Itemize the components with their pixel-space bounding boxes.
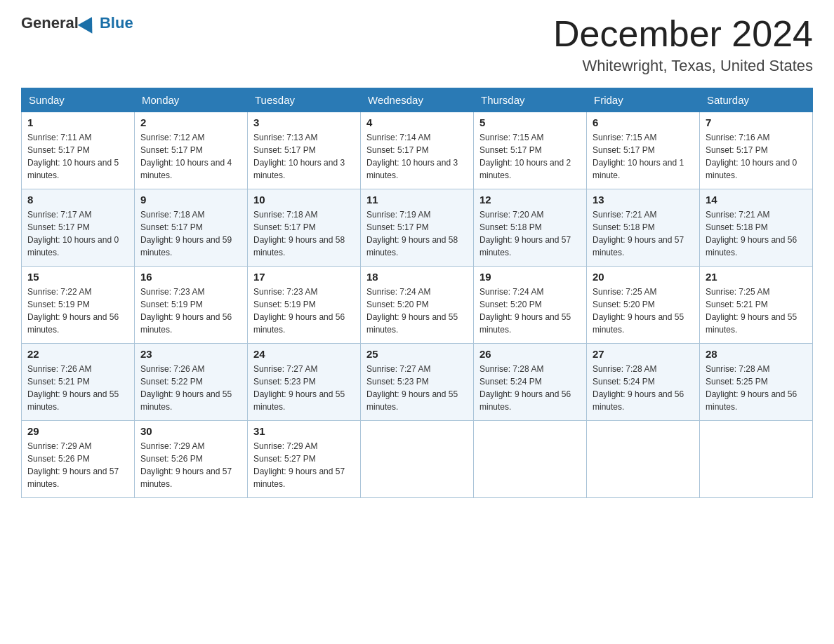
day-cell: 12 Sunrise: 7:20 AMSunset: 5:18 PMDaylig… bbox=[474, 189, 587, 267]
day-number: 16 bbox=[140, 271, 241, 283]
day-number: 7 bbox=[706, 116, 807, 128]
day-cell: 23 Sunrise: 7:26 AMSunset: 5:22 PMDaylig… bbox=[135, 344, 248, 421]
day-cell: 30 Sunrise: 7:29 AMSunset: 5:26 PMDaylig… bbox=[135, 421, 248, 498]
logo-triangle-icon bbox=[78, 13, 100, 33]
day-number: 4 bbox=[366, 116, 468, 128]
day-info: Sunrise: 7:23 AMSunset: 5:19 PMDaylight:… bbox=[253, 286, 355, 336]
day-info: Sunrise: 7:19 AMSunset: 5:17 PMDaylight:… bbox=[366, 208, 468, 259]
day-info: Sunrise: 7:16 AMSunset: 5:17 PMDaylight:… bbox=[706, 131, 807, 182]
day-cell: 15 Sunrise: 7:22 AMSunset: 5:19 PMDaylig… bbox=[22, 267, 135, 344]
day-info: Sunrise: 7:25 AMSunset: 5:20 PMDaylight:… bbox=[593, 286, 694, 336]
week-row: 8 Sunrise: 7:17 AMSunset: 5:17 PMDayligh… bbox=[22, 189, 813, 267]
day-cell: 29 Sunrise: 7:29 AMSunset: 5:26 PMDaylig… bbox=[22, 421, 135, 498]
location-title: Whitewright, Texas, United States bbox=[553, 57, 813, 75]
day-number: 8 bbox=[27, 194, 128, 206]
week-row: 22 Sunrise: 7:26 AMSunset: 5:21 PMDaylig… bbox=[22, 344, 813, 421]
day-info: Sunrise: 7:28 AMSunset: 5:25 PMDaylight:… bbox=[706, 363, 807, 413]
logo-blue-text: Blue bbox=[100, 14, 133, 32]
day-number: 22 bbox=[27, 348, 128, 360]
day-info: Sunrise: 7:28 AMSunset: 5:24 PMDaylight:… bbox=[593, 363, 694, 413]
day-number: 2 bbox=[140, 116, 241, 128]
day-number: 23 bbox=[140, 348, 241, 360]
day-info: Sunrise: 7:15 AMSunset: 5:17 PMDaylight:… bbox=[479, 131, 581, 182]
day-cell bbox=[587, 421, 700, 498]
day-info: Sunrise: 7:26 AMSunset: 5:21 PMDaylight:… bbox=[27, 363, 128, 413]
column-header-saturday: Saturday bbox=[700, 88, 813, 112]
day-cell: 25 Sunrise: 7:27 AMSunset: 5:23 PMDaylig… bbox=[361, 344, 474, 421]
column-header-monday: Monday bbox=[135, 88, 248, 112]
day-cell: 4 Sunrise: 7:14 AMSunset: 5:17 PMDayligh… bbox=[361, 112, 474, 189]
month-title: December 2024 bbox=[553, 14, 813, 54]
page-header: General Blue December 2024 Whitewright, … bbox=[21, 14, 813, 75]
day-cell: 6 Sunrise: 7:15 AMSunset: 5:17 PMDayligh… bbox=[587, 112, 700, 189]
day-info: Sunrise: 7:25 AMSunset: 5:21 PMDaylight:… bbox=[706, 286, 807, 336]
day-info: Sunrise: 7:21 AMSunset: 5:18 PMDaylight:… bbox=[706, 208, 807, 259]
day-cell: 27 Sunrise: 7:28 AMSunset: 5:24 PMDaylig… bbox=[587, 344, 700, 421]
day-info: Sunrise: 7:11 AMSunset: 5:17 PMDaylight:… bbox=[27, 131, 128, 182]
day-cell: 16 Sunrise: 7:23 AMSunset: 5:19 PMDaylig… bbox=[135, 267, 248, 344]
day-cell: 5 Sunrise: 7:15 AMSunset: 5:17 PMDayligh… bbox=[474, 112, 587, 189]
day-number: 28 bbox=[706, 348, 807, 360]
day-cell bbox=[474, 421, 587, 498]
day-cell bbox=[700, 421, 813, 498]
day-info: Sunrise: 7:17 AMSunset: 5:17 PMDaylight:… bbox=[27, 208, 128, 259]
column-header-sunday: Sunday bbox=[22, 88, 135, 112]
day-info: Sunrise: 7:27 AMSunset: 5:23 PMDaylight:… bbox=[253, 363, 355, 413]
column-header-thursday: Thursday bbox=[474, 88, 587, 112]
day-info: Sunrise: 7:29 AMSunset: 5:26 PMDaylight:… bbox=[140, 440, 241, 490]
day-cell: 31 Sunrise: 7:29 AMSunset: 5:27 PMDaylig… bbox=[248, 421, 361, 498]
day-info: Sunrise: 7:20 AMSunset: 5:18 PMDaylight:… bbox=[479, 208, 581, 259]
day-cell: 7 Sunrise: 7:16 AMSunset: 5:17 PMDayligh… bbox=[700, 112, 813, 189]
day-number: 25 bbox=[366, 348, 468, 360]
day-number: 27 bbox=[593, 348, 694, 360]
day-cell: 3 Sunrise: 7:13 AMSunset: 5:17 PMDayligh… bbox=[248, 112, 361, 189]
day-info: Sunrise: 7:12 AMSunset: 5:17 PMDaylight:… bbox=[140, 131, 241, 182]
day-number: 11 bbox=[366, 194, 468, 206]
day-number: 1 bbox=[27, 116, 128, 128]
day-info: Sunrise: 7:26 AMSunset: 5:22 PMDaylight:… bbox=[140, 363, 241, 413]
day-number: 18 bbox=[366, 271, 468, 283]
day-cell: 11 Sunrise: 7:19 AMSunset: 5:17 PMDaylig… bbox=[361, 189, 474, 267]
day-cell: 21 Sunrise: 7:25 AMSunset: 5:21 PMDaylig… bbox=[700, 267, 813, 344]
title-area: December 2024 Whitewright, Texas, United… bbox=[553, 14, 813, 75]
day-info: Sunrise: 7:21 AMSunset: 5:18 PMDaylight:… bbox=[593, 208, 694, 259]
column-header-tuesday: Tuesday bbox=[248, 88, 361, 112]
calendar-table: SundayMondayTuesdayWednesdayThursdayFrid… bbox=[21, 88, 813, 498]
day-number: 15 bbox=[27, 271, 128, 283]
day-info: Sunrise: 7:24 AMSunset: 5:20 PMDaylight:… bbox=[479, 286, 581, 336]
day-number: 6 bbox=[593, 116, 694, 128]
day-number: 29 bbox=[27, 425, 128, 437]
day-number: 14 bbox=[706, 194, 807, 206]
column-header-friday: Friday bbox=[587, 88, 700, 112]
day-number: 13 bbox=[593, 194, 694, 206]
day-cell: 22 Sunrise: 7:26 AMSunset: 5:21 PMDaylig… bbox=[22, 344, 135, 421]
day-cell: 17 Sunrise: 7:23 AMSunset: 5:19 PMDaylig… bbox=[248, 267, 361, 344]
day-info: Sunrise: 7:18 AMSunset: 5:17 PMDaylight:… bbox=[253, 208, 355, 259]
day-number: 31 bbox=[253, 425, 355, 437]
day-info: Sunrise: 7:22 AMSunset: 5:19 PMDaylight:… bbox=[27, 286, 128, 336]
day-info: Sunrise: 7:18 AMSunset: 5:17 PMDaylight:… bbox=[140, 208, 241, 259]
day-number: 21 bbox=[706, 271, 807, 283]
week-row: 29 Sunrise: 7:29 AMSunset: 5:26 PMDaylig… bbox=[22, 421, 813, 498]
column-header-wednesday: Wednesday bbox=[361, 88, 474, 112]
day-cell: 2 Sunrise: 7:12 AMSunset: 5:17 PMDayligh… bbox=[135, 112, 248, 189]
day-number: 20 bbox=[593, 271, 694, 283]
day-info: Sunrise: 7:13 AMSunset: 5:17 PMDaylight:… bbox=[253, 131, 355, 182]
day-cell: 20 Sunrise: 7:25 AMSunset: 5:20 PMDaylig… bbox=[587, 267, 700, 344]
logo: General Blue bbox=[21, 14, 133, 32]
day-cell: 28 Sunrise: 7:28 AMSunset: 5:25 PMDaylig… bbox=[700, 344, 813, 421]
day-number: 30 bbox=[140, 425, 241, 437]
day-cell: 18 Sunrise: 7:24 AMSunset: 5:20 PMDaylig… bbox=[361, 267, 474, 344]
day-number: 24 bbox=[253, 348, 355, 360]
day-number: 19 bbox=[479, 271, 581, 283]
day-info: Sunrise: 7:29 AMSunset: 5:26 PMDaylight:… bbox=[27, 440, 128, 490]
day-number: 9 bbox=[140, 194, 241, 206]
day-number: 10 bbox=[253, 194, 355, 206]
day-cell: 13 Sunrise: 7:21 AMSunset: 5:18 PMDaylig… bbox=[587, 189, 700, 267]
day-number: 5 bbox=[479, 116, 581, 128]
day-cell: 14 Sunrise: 7:21 AMSunset: 5:18 PMDaylig… bbox=[700, 189, 813, 267]
day-number: 12 bbox=[479, 194, 581, 206]
day-info: Sunrise: 7:27 AMSunset: 5:23 PMDaylight:… bbox=[366, 363, 468, 413]
day-cell bbox=[361, 421, 474, 498]
day-cell: 9 Sunrise: 7:18 AMSunset: 5:17 PMDayligh… bbox=[135, 189, 248, 267]
